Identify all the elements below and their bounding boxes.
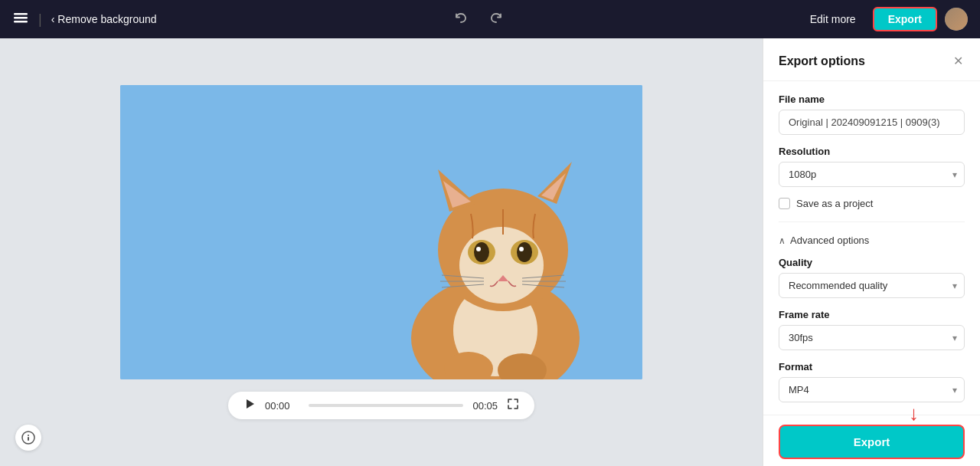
- advanced-options-label: Advanced options: [790, 235, 869, 246]
- format-label: Format: [779, 361, 965, 372]
- quality-field: Quality Recommended quality ▾: [779, 257, 965, 298]
- advanced-toggle-arrow: ∧: [779, 235, 786, 246]
- back-button[interactable]: ‹ Remove background: [51, 13, 157, 25]
- toolbar-center: [166, 7, 792, 32]
- panel-body: File name Resolution 1080p ▾ Save as a p…: [763, 81, 980, 415]
- progress-bar[interactable]: [309, 404, 464, 407]
- main-area: 00:00 00:05: [0, 38, 980, 466]
- svg-rect-2: [14, 21, 28, 23]
- svg-marker-27: [247, 399, 254, 409]
- divider: |: [38, 11, 42, 28]
- file-name-label: File name: [779, 94, 965, 105]
- quality-select-wrapper: Recommended quality ▾: [779, 273, 965, 298]
- svg-point-7: [459, 227, 544, 304]
- file-name-field: File name: [779, 94, 965, 135]
- svg-rect-0: [14, 13, 28, 15]
- export-arrow-indicator: ↓: [909, 402, 919, 425]
- quality-select[interactable]: Recommended quality: [779, 273, 965, 298]
- file-name-input[interactable]: [779, 110, 965, 135]
- menu-icon[interactable]: [12, 9, 29, 30]
- panel-title: Export options: [779, 54, 865, 68]
- export-top-button[interactable]: Export: [873, 7, 937, 31]
- fullscreen-button[interactable]: [507, 398, 519, 413]
- resolution-select-wrapper: 1080p ▾: [779, 162, 965, 187]
- canvas-area: 00:00 00:05: [0, 38, 763, 466]
- svg-point-16: [476, 247, 481, 251]
- panel-footer: ↓ Export * Exported video will be saved …: [763, 415, 980, 466]
- svg-rect-1: [14, 17, 28, 19]
- format-field: Format MP4 ▾: [779, 361, 965, 402]
- svg-point-29: [28, 435, 29, 436]
- topbar-right: Edit more Export: [801, 7, 968, 31]
- resolution-select[interactable]: 1080p: [779, 162, 965, 187]
- svg-point-15: [517, 242, 532, 262]
- export-panel: Export options ✕ File name Resolution 10…: [763, 38, 980, 466]
- format-select-wrapper: MP4 ▾: [779, 377, 965, 402]
- resolution-field: Resolution 1080p ▾: [779, 146, 965, 187]
- svg-rect-30: [28, 437, 29, 441]
- format-select[interactable]: MP4: [779, 377, 965, 402]
- total-time: 00:05: [472, 400, 498, 412]
- quality-label: Quality: [779, 257, 965, 268]
- advanced-options-toggle[interactable]: ∧ Advanced options: [779, 235, 965, 246]
- video-controls: 00:00 00:05: [228, 392, 534, 419]
- save-as-project-label: Save as a project: [796, 198, 873, 209]
- svg-point-17: [519, 247, 524, 251]
- play-button[interactable]: [243, 398, 256, 413]
- back-icon: ‹: [51, 13, 55, 25]
- save-as-project-checkbox[interactable]: [779, 198, 790, 209]
- close-button[interactable]: ✕: [952, 52, 965, 70]
- current-time: 00:00: [265, 400, 290, 412]
- edit-more-button[interactable]: Edit more: [801, 8, 865, 30]
- frame-rate-field: Frame rate 30fps ▾: [779, 309, 965, 350]
- save-as-project-row: Save as a project: [779, 198, 965, 209]
- frame-rate-select[interactable]: 30fps: [779, 325, 965, 350]
- export-panel-button[interactable]: Export: [779, 425, 965, 459]
- frame-rate-select-wrapper: 30fps ▾: [779, 325, 965, 350]
- advanced-section: Quality Recommended quality ▾ Frame rate…: [779, 257, 965, 402]
- video-container: [120, 85, 642, 379]
- frame-rate-label: Frame rate: [779, 309, 965, 320]
- panel-header: Export options ✕: [763, 38, 980, 81]
- topbar: | ‹ Remove background Edit more Export: [0, 0, 980, 38]
- redo-button[interactable]: [486, 7, 508, 32]
- page-title: Remove background: [57, 13, 156, 25]
- svg-point-14: [474, 242, 489, 262]
- hint-icon[interactable]: [15, 425, 41, 451]
- undo-button[interactable]: [449, 7, 471, 32]
- section-divider: [779, 222, 965, 222]
- resolution-label: Resolution: [779, 146, 965, 157]
- avatar[interactable]: [945, 8, 968, 31]
